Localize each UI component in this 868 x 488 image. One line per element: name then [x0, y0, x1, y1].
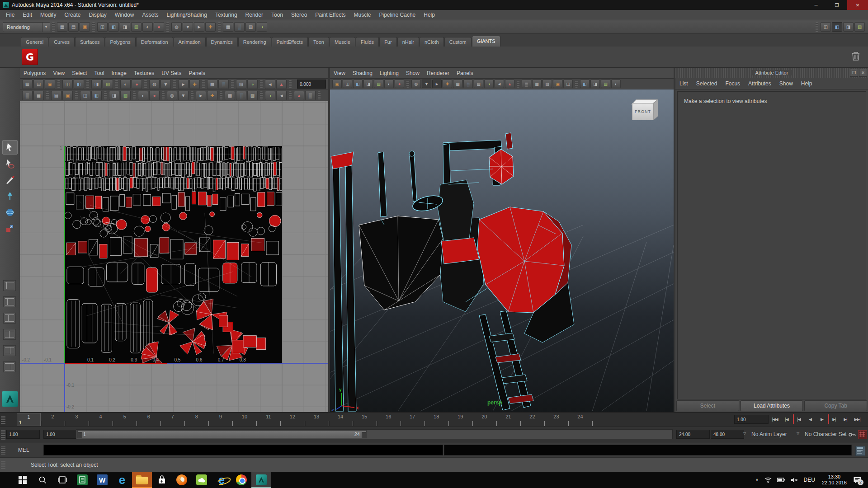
layout-three-pane-split[interactable] [3, 345, 16, 356]
trash-icon[interactable] [852, 51, 860, 61]
layout-single-pane[interactable] [3, 280, 16, 291]
menu-window[interactable]: Window [111, 10, 138, 19]
shelf-tab-toon[interactable]: Toon [308, 37, 329, 47]
uv-scale-icon[interactable]: ▣ [62, 91, 73, 100]
shelf-tab-polygons[interactable]: Polygons [105, 37, 135, 47]
viewport-menu-view[interactable]: View [330, 69, 349, 78]
split-uvs-icon[interactable]: ● [132, 80, 142, 89]
taskbar-start[interactable] [13, 472, 33, 488]
motion-blur-icon[interactable]: ▨ [474, 80, 483, 88]
uv-menu-view[interactable]: View [49, 69, 68, 78]
move-tool[interactable] [2, 189, 18, 203]
snap-to-point-icon[interactable]: ◨ [120, 22, 130, 32]
shadows-icon[interactable]: ▩ [453, 80, 462, 88]
uv-rotate-right-icon[interactable]: ▦ [33, 91, 44, 100]
snap-together-icon[interactable]: ▨ [236, 80, 246, 89]
snap-to-projected-center-icon[interactable]: ▧ [131, 22, 142, 32]
toolbar-collapser[interactable] [816, 22, 818, 32]
animation-end-field[interactable]: 24.00 [676, 430, 710, 439]
display-checker-icon[interactable]: ▨ [247, 91, 258, 100]
float-panel-icon[interactable]: ❐ [850, 69, 858, 77]
shelf-tab-rendering[interactable]: Rendering [238, 37, 271, 47]
taskbar-mega[interactable] [192, 472, 212, 488]
attribute-editor-toggle-icon[interactable]: ◧ [832, 22, 842, 32]
attr-menu-selected[interactable]: Selected [692, 79, 722, 88]
animation-start-field[interactable]: 1.00 [43, 430, 77, 439]
menu-help[interactable]: Help [420, 10, 439, 19]
taskbar-word[interactable]: W [92, 472, 112, 488]
new-scene-icon[interactable]: ▦ [57, 22, 67, 32]
paste-uvs-icon[interactable]: ▒ [305, 91, 316, 100]
anim-layer-selector[interactable]: No Anim Layer [751, 431, 787, 437]
character-set-selector[interactable]: No Character Set [805, 431, 847, 437]
attr-menu-focus[interactable]: Focus [721, 79, 744, 88]
layout-four-pane[interactable] [3, 296, 16, 307]
taskbar-internet-explorer[interactable]: e [212, 472, 231, 488]
volume-muted-icon[interactable] [791, 477, 798, 483]
lock-camera-icon[interactable]: ◫ [343, 80, 352, 88]
toolbar-collapser[interactable] [52, 22, 55, 32]
tool-settings-toggle-icon[interactable]: ◨ [843, 22, 854, 32]
drag-handle[interactable] [1, 446, 5, 455]
menu-create[interactable]: Create [60, 10, 85, 19]
snap-to-grid-icon[interactable]: ◫ [97, 22, 108, 32]
toolbar-collapser[interactable] [218, 22, 221, 32]
save-scene-icon[interactable]: ▣ [80, 22, 90, 32]
paint-select-tool[interactable] [2, 173, 18, 187]
multisample-aa-icon[interactable]: ◑ [484, 80, 494, 88]
shelf-tab-giants[interactable]: GIANTS [472, 36, 500, 47]
shelf-tab-painteffects[interactable]: PaintEffects [272, 37, 308, 47]
select-camera-icon[interactable]: ▣ [332, 80, 342, 88]
view-cube[interactable]: FRONT [630, 99, 656, 121]
chevron-down-icon[interactable]: ▽ [797, 432, 799, 436]
shelf-tab-deformation[interactable]: Deformation [136, 37, 173, 47]
field-chart-icon[interactable]: ◨ [590, 80, 600, 88]
isolate-select-icon[interactable]: ► [196, 91, 206, 100]
use-all-lights-icon[interactable]: ✚ [443, 80, 452, 88]
safe-action-icon[interactable]: ▧ [601, 80, 610, 88]
layout-two-pane-side-by-side[interactable] [3, 313, 16, 324]
open-scene-icon[interactable]: ▤ [68, 22, 79, 32]
move-uv-shell-tool-icon[interactable]: ▤ [33, 80, 44, 89]
hypershade-icon[interactable]: ◑ [257, 22, 267, 32]
align-right-icon[interactable]: ▧ [120, 91, 131, 100]
toolbar-collapser[interactable] [166, 22, 169, 32]
list-output-connections-icon[interactable]: ► [194, 22, 204, 32]
shelf-tab-fur[interactable]: Fur [379, 37, 397, 47]
copy-uvs-icon[interactable]: ▲ [294, 91, 304, 100]
display-rgb-icon[interactable]: ▩ [225, 91, 235, 100]
sew-uv-edges-icon[interactable]: ◍ [149, 80, 160, 89]
menu-pipeline-cache[interactable]: Pipeline Cache [375, 10, 420, 19]
select-tool[interactable] [2, 140, 18, 155]
uv-menu-image[interactable]: Image [108, 69, 130, 78]
language-indicator[interactable]: DEU [804, 477, 815, 483]
go-to-start-button[interactable]: |◀◀ [769, 414, 780, 424]
gate-mask-icon[interactable]: ◫ [563, 80, 573, 88]
shelf-tab-nhair[interactable]: nHair [397, 37, 419, 47]
display-alpha-icon[interactable]: ░ [236, 91, 246, 100]
chevron-down-icon[interactable]: ▽ [743, 432, 746, 436]
smudge-uv-tool-icon[interactable]: ▣ [45, 80, 55, 89]
camera-attributes-icon[interactable]: ◧ [353, 80, 363, 88]
go-to-end-button[interactable]: ▶▶| [852, 414, 863, 424]
unfold-uvs-icon[interactable]: ◫ [80, 91, 90, 100]
match-uvs-icon[interactable]: ◍ [167, 91, 177, 100]
menu-lighting-shading[interactable]: Lighting/Shading [162, 10, 211, 19]
close-panel-icon[interactable]: ✕ [859, 69, 867, 77]
toolbar-collapser[interactable] [92, 22, 95, 32]
uv-translate-icon[interactable]: ▤ [51, 91, 61, 100]
xray-joints-icon[interactable]: ▦ [532, 80, 542, 88]
load-attributes-button[interactable]: Load Attributes [741, 400, 803, 411]
dim-image-icon[interactable]: ▲ [276, 80, 287, 89]
action-center-icon[interactable]: 2 [853, 476, 862, 484]
view-cube-front-face[interactable]: FRONT [632, 103, 654, 120]
step-back-key-button[interactable]: |◀ [793, 414, 804, 424]
layout-outliner-persp[interactable] [3, 361, 16, 372]
drag-handle[interactable] [1, 430, 5, 440]
viewport-menu-panels[interactable]: Panels [453, 69, 477, 78]
uv-value-field[interactable]: 0.000 [297, 80, 326, 89]
auto-keyframe-icon[interactable] [858, 430, 867, 439]
uv-menu-textures[interactable]: Textures [130, 69, 158, 78]
relax-uvs-icon[interactable]: ◧ [91, 91, 102, 100]
viewport-menu-lighting[interactable]: Lighting [376, 69, 402, 78]
